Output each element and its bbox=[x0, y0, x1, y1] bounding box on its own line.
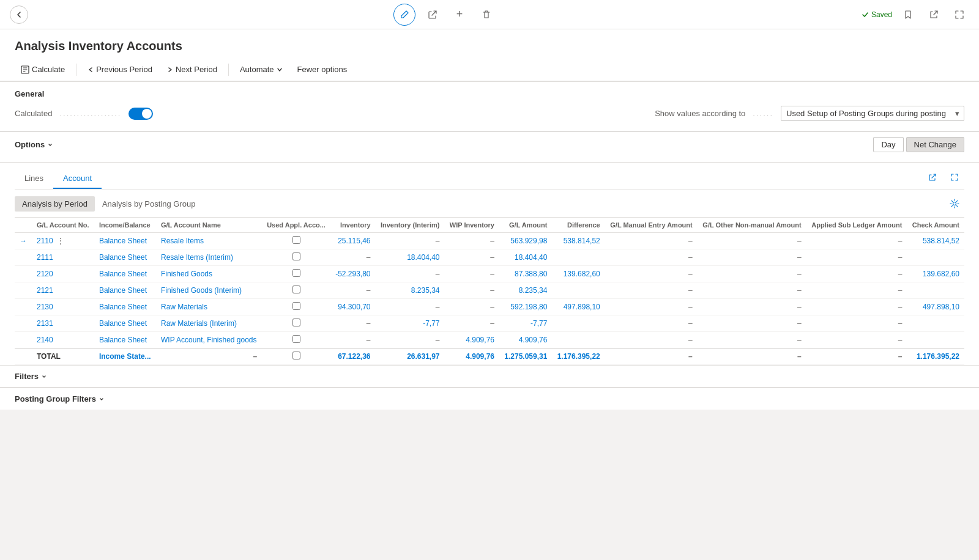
used-appl-checkbox[interactable] bbox=[292, 319, 300, 326]
col-header-inventory: Inventory bbox=[330, 218, 376, 233]
day-button[interactable]: Day bbox=[873, 137, 903, 152]
prev-period-button[interactable]: Previous Period bbox=[81, 62, 158, 77]
row-inventory: 67.122,36 bbox=[330, 348, 376, 365]
table-row: 2111Balance SheetResale Items (Interim)–… bbox=[15, 249, 964, 266]
row-account-name: – bbox=[156, 348, 262, 365]
svg-point-1 bbox=[953, 202, 956, 205]
used-appl-checkbox[interactable] bbox=[292, 269, 300, 277]
calculated-toggle[interactable] bbox=[128, 108, 153, 120]
row-inventory: -52.293,80 bbox=[330, 266, 376, 282]
row-gl-amount: 592.198,80 bbox=[499, 299, 552, 315]
row-difference bbox=[552, 249, 605, 266]
used-appl-checkbox[interactable] bbox=[292, 302, 300, 310]
table-header: G/L Account No. Income/Balance G/L Accou… bbox=[15, 218, 964, 233]
row-arrow bbox=[15, 266, 32, 282]
row-gl-other: – bbox=[698, 299, 806, 315]
automate-button[interactable]: Automate bbox=[234, 62, 289, 77]
share-button[interactable] bbox=[423, 5, 442, 24]
tabs-actions bbox=[923, 168, 964, 190]
tab-share-button[interactable] bbox=[923, 168, 942, 187]
row-used-appl bbox=[262, 266, 330, 282]
page-title: Analysis Inventory Accounts bbox=[15, 39, 964, 53]
general-row: Calculated .................. Show value… bbox=[15, 106, 964, 121]
row-account-name: Raw Materials (Interim) bbox=[156, 315, 262, 332]
tab-account[interactable]: Account bbox=[53, 169, 102, 189]
tab-expand-button[interactable] bbox=[945, 168, 964, 187]
used-appl-checkbox[interactable] bbox=[292, 236, 300, 244]
calculate-button[interactable]: Calculate bbox=[15, 62, 71, 77]
toolbar: Calculate Previous Period Next Period Au… bbox=[0, 58, 979, 81]
top-bar-right: Saved bbox=[862, 5, 969, 24]
row-wip-inventory: – bbox=[445, 315, 499, 332]
table-row: 2130Balance SheetRaw Materials94.300,70–… bbox=[15, 299, 964, 315]
row-gl-amount: 563.929,98 bbox=[499, 233, 552, 249]
row-wip-inventory: 4.909,76 bbox=[445, 348, 499, 365]
row-gl-manual: – bbox=[605, 233, 698, 249]
row-gl-other: – bbox=[698, 332, 806, 348]
row-difference: 538.814,52 bbox=[552, 233, 605, 249]
show-values-group: Show values according to ...... Used Set… bbox=[655, 106, 964, 121]
external-link-button[interactable] bbox=[924, 5, 944, 24]
options-title[interactable]: Options bbox=[15, 140, 53, 149]
next-period-button[interactable]: Next Period bbox=[161, 62, 223, 77]
row-difference: 139.682,60 bbox=[552, 266, 605, 282]
bookmark-button[interactable] bbox=[898, 5, 918, 24]
row-income-balance: Income State... bbox=[94, 348, 156, 365]
row-account-no: TOTAL bbox=[32, 348, 94, 365]
subtab-analysis-by-posting-group[interactable]: Analysis by Posting Group bbox=[95, 196, 203, 212]
page-content: Analysis Inventory Accounts Calculate Pr… bbox=[0, 29, 979, 410]
table-container: G/L Account No. Income/Balance G/L Accou… bbox=[15, 218, 964, 365]
row-gl-manual: – bbox=[605, 299, 698, 315]
row-used-appl bbox=[262, 332, 330, 348]
fewer-options-button[interactable]: Fewer options bbox=[291, 62, 354, 77]
row-inventory-interim: – bbox=[376, 299, 445, 315]
row-check-amount bbox=[907, 315, 964, 332]
delete-button[interactable] bbox=[477, 5, 496, 24]
row-wip-inventory: – bbox=[445, 249, 499, 266]
row-gl-amount: 1.275.059,31 bbox=[499, 348, 552, 365]
row-difference: 497.898,10 bbox=[552, 299, 605, 315]
row-gl-manual: – bbox=[605, 348, 698, 365]
row-applied-sub: – bbox=[806, 315, 907, 332]
add-button[interactable]: + bbox=[450, 5, 469, 24]
col-header-account-no: G/L Account No. bbox=[32, 218, 94, 233]
row-applied-sub: – bbox=[806, 266, 907, 282]
options-row: Options Day Net Change bbox=[15, 137, 964, 152]
table-row: 2140Balance SheetWIP Account, Finished g… bbox=[15, 332, 964, 348]
expand-button[interactable] bbox=[950, 5, 969, 24]
show-values-dots: ...... bbox=[753, 109, 773, 118]
row-applied-sub: – bbox=[806, 332, 907, 348]
context-menu-dots[interactable]: ⋮ bbox=[55, 237, 66, 245]
row-applied-sub: – bbox=[806, 282, 907, 299]
row-income-balance: Balance Sheet bbox=[94, 315, 156, 332]
row-inventory: – bbox=[330, 249, 376, 266]
general-title: General bbox=[15, 89, 964, 98]
row-check-amount bbox=[907, 249, 964, 266]
row-difference bbox=[552, 282, 605, 299]
row-gl-other: – bbox=[698, 249, 806, 266]
show-values-dropdown[interactable]: Used Setup of Posting Groups during post… bbox=[781, 106, 964, 121]
col-header-gl-amount: G/L Amount bbox=[499, 218, 552, 233]
used-appl-checkbox[interactable] bbox=[292, 352, 300, 359]
edit-button[interactable] bbox=[393, 4, 415, 26]
row-account-no: 2111 bbox=[32, 249, 94, 266]
account-link[interactable]: 2110 bbox=[37, 237, 53, 245]
posting-group-filters-section[interactable]: Posting Group Filters bbox=[0, 388, 979, 410]
row-applied-sub: – bbox=[806, 348, 907, 365]
net-change-button[interactable]: Net Change bbox=[906, 137, 964, 152]
subtab-settings-button[interactable] bbox=[945, 194, 964, 213]
used-appl-checkbox[interactable] bbox=[292, 252, 300, 260]
options-section: Options Day Net Change bbox=[0, 131, 979, 157]
used-appl-checkbox[interactable] bbox=[292, 335, 300, 343]
tab-lines[interactable]: Lines bbox=[15, 169, 53, 189]
subtab-analysis-by-period[interactable]: Analysis by Period bbox=[15, 196, 95, 212]
row-gl-manual: – bbox=[605, 282, 698, 299]
row-arrow bbox=[15, 315, 32, 332]
page-title-area: Analysis Inventory Accounts bbox=[0, 29, 979, 58]
back-button[interactable] bbox=[10, 6, 28, 24]
options-buttons: Day Net Change bbox=[873, 137, 964, 152]
toolbar-divider-2 bbox=[228, 64, 229, 76]
filters-section[interactable]: Filters bbox=[0, 365, 979, 387]
row-arrow: → bbox=[15, 233, 32, 249]
used-appl-checkbox[interactable] bbox=[292, 286, 300, 293]
